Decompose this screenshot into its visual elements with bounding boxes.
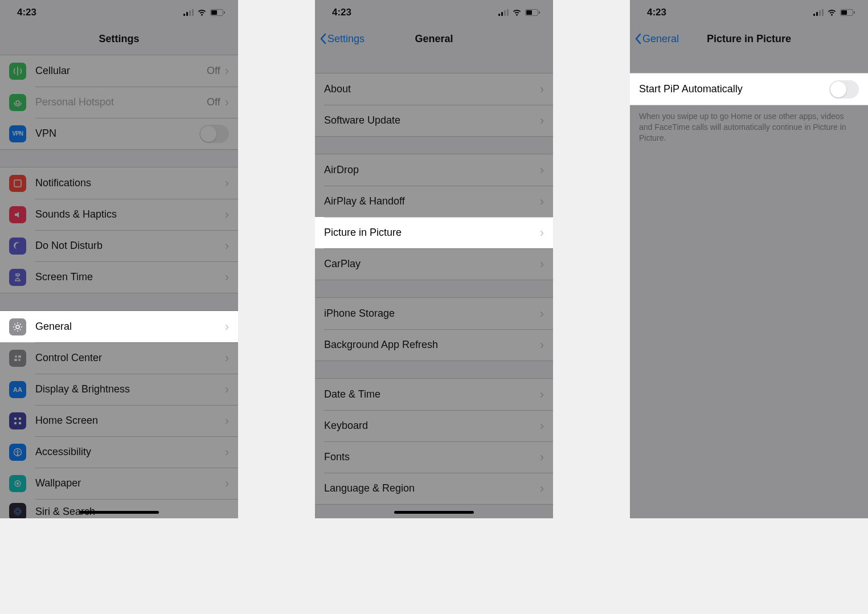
chevron-right-icon: › (225, 270, 229, 285)
svg-rect-24 (501, 12, 503, 16)
row-label: Language & Region (324, 482, 540, 494)
vpn-toggle[interactable] (199, 125, 229, 143)
row-software-update[interactable]: Software Update › (315, 105, 553, 136)
row-home-screen[interactable]: Home Screen › (0, 405, 238, 436)
cellular-signal-icon (813, 9, 824, 16)
nav-bar: Settings General (315, 25, 553, 52)
svg-rect-31 (816, 12, 818, 16)
accessibility-icon (9, 444, 26, 461)
row-iphone-storage[interactable]: iPhone Storage › (315, 298, 553, 329)
chevron-left-icon (320, 33, 326, 44)
home-indicator[interactable] (79, 511, 159, 514)
row-cellular[interactable]: Cellular Off › (0, 55, 238, 87)
row-sounds-haptics[interactable]: Sounds & Haptics › (0, 199, 238, 230)
chevron-right-icon: › (225, 476, 229, 491)
svg-rect-7 (14, 180, 21, 187)
svg-rect-13 (14, 417, 17, 420)
svg-rect-28 (526, 10, 532, 15)
row-display-brightness[interactable]: AA Display & Brightness › (0, 374, 238, 405)
row-notifications[interactable]: Notifications › (0, 167, 238, 199)
row-personal-hotspot[interactable]: Personal Hotspot Off › (0, 87, 238, 118)
status-icons (498, 9, 541, 16)
chevron-right-icon: › (540, 163, 544, 178)
footer-description: When you swipe up to go Home or use othe… (630, 105, 868, 144)
svg-point-20 (17, 482, 19, 485)
svg-point-21 (14, 508, 21, 515)
chevron-right-icon: › (540, 226, 544, 240)
nav-bar: General Picture in Picture (630, 25, 868, 52)
chevron-right-icon: › (540, 387, 544, 402)
row-siri-search[interactable]: Siri & Search (0, 499, 238, 518)
battery-icon (840, 9, 855, 16)
chevron-right-icon: › (225, 414, 229, 428)
back-button[interactable]: General (634, 25, 679, 52)
row-label: VPN (35, 128, 199, 140)
row-label: Wallpaper (35, 477, 225, 489)
svg-rect-16 (19, 422, 21, 424)
row-do-not-disturb[interactable]: Do Not Disturb › (0, 230, 238, 261)
row-label: General (35, 321, 225, 333)
svg-rect-23 (498, 14, 500, 16)
chevron-right-icon: › (225, 445, 229, 460)
row-value: Off (207, 65, 220, 77)
row-start-pip-automatically[interactable]: Start PiP Automatically (630, 73, 868, 105)
row-date-time[interactable]: Date & Time › (315, 379, 553, 410)
row-label: CarPlay (324, 258, 540, 270)
row-screen-time[interactable]: Screen Time › (0, 261, 238, 293)
row-background-app-refresh[interactable]: Background App Refresh › (315, 329, 553, 361)
row-about[interactable]: About › (315, 73, 553, 105)
row-language-region[interactable]: Language & Region › (315, 473, 553, 504)
start-pip-toggle[interactable] (829, 80, 859, 99)
wifi-icon (512, 9, 522, 16)
svg-rect-25 (504, 10, 506, 16)
chevron-right-icon: › (540, 481, 544, 496)
row-wallpaper[interactable]: Wallpaper › (0, 468, 238, 499)
row-label: Personal Hotspot (35, 96, 207, 108)
row-label: Start PiP Automatically (639, 83, 829, 95)
back-label: General (642, 33, 679, 45)
row-label: Cellular (35, 65, 207, 77)
row-vpn[interactable]: VPN VPN (0, 118, 238, 149)
row-accessibility[interactable]: Accessibility › (0, 436, 238, 468)
status-time: 4:23 (332, 7, 351, 18)
screen-picture-in-picture: 4:23 General Picture in Picture Start Pi… (630, 0, 868, 518)
row-fonts[interactable]: Fonts › (315, 441, 553, 473)
wallpaper-icon (9, 475, 26, 492)
screen-time-icon (9, 269, 26, 286)
svg-point-18 (17, 449, 19, 451)
row-label: Screen Time (35, 271, 225, 283)
svg-rect-15 (14, 422, 17, 424)
control-center-icon (9, 350, 26, 367)
chevron-right-icon: › (540, 82, 544, 97)
svg-point-22 (16, 510, 20, 514)
row-label: Control Center (35, 352, 225, 364)
page-title: General (415, 33, 453, 45)
chevron-right-icon: › (225, 239, 229, 253)
back-button[interactable]: Settings (320, 25, 365, 52)
svg-rect-14 (19, 417, 21, 420)
row-picture-in-picture[interactable]: Picture in Picture › (315, 217, 553, 248)
dnd-icon (9, 238, 26, 255)
row-keyboard[interactable]: Keyboard › (315, 410, 553, 441)
svg-rect-2 (189, 10, 191, 16)
svg-rect-11 (14, 359, 17, 361)
row-control-center[interactable]: Control Center › (0, 342, 238, 374)
row-airdrop[interactable]: AirDrop › (315, 154, 553, 186)
home-indicator[interactable] (394, 511, 474, 514)
wifi-icon (197, 9, 207, 16)
status-icons (813, 9, 855, 16)
row-label: Fonts (324, 451, 540, 463)
page-title: Settings (99, 33, 139, 45)
svg-rect-29 (539, 11, 540, 14)
back-label: Settings (327, 33, 365, 45)
screen-general: 4:23 Settings General About › Software U… (315, 0, 553, 518)
chevron-left-icon (634, 33, 641, 44)
row-label: Background App Refresh (324, 339, 540, 351)
cellular-signal-icon (183, 9, 194, 16)
chevron-right-icon: › (540, 257, 544, 272)
status-bar: 4:23 (630, 0, 868, 25)
row-carplay[interactable]: CarPlay › (315, 248, 553, 280)
row-airplay-handoff[interactable]: AirPlay & Handoff › (315, 186, 553, 217)
row-general[interactable]: General › (0, 311, 238, 342)
svg-rect-6 (224, 11, 225, 14)
